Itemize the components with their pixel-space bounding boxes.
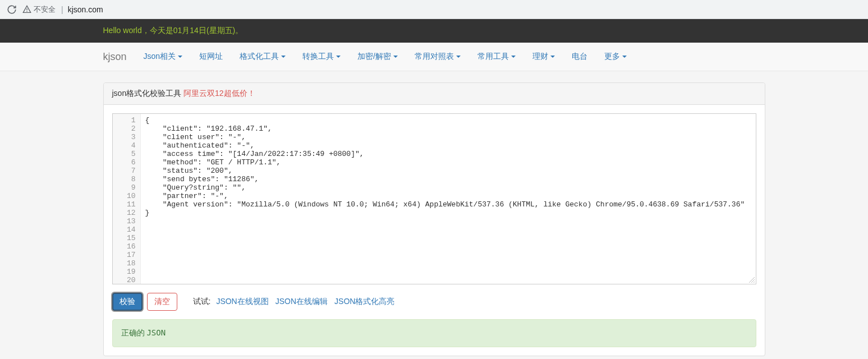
chevron-down-icon	[511, 56, 516, 58]
code-line: "client user": "-",	[145, 133, 754, 141]
nav-item-5[interactable]: 常用对照表	[415, 52, 461, 62]
nav-item-9[interactable]: 更多	[604, 52, 627, 62]
svg-line-4	[754, 282, 755, 283]
line-number: 5	[113, 150, 136, 158]
nav-item-8[interactable]: 电台	[572, 52, 587, 62]
chevron-down-icon	[178, 56, 182, 58]
result-code: JSON	[146, 328, 166, 337]
line-number: 12	[113, 209, 136, 217]
action-row: 校验 清空 试试: JSON在线视图JSON在线编辑JSON格式化高亮	[112, 293, 756, 311]
code-line: }	[145, 209, 754, 217]
browser-address-bar: 不安全 | kjson.com	[0, 0, 868, 19]
chevron-down-icon	[550, 56, 555, 58]
line-number: 10	[113, 192, 136, 200]
result-prefix: 正确的	[121, 328, 147, 337]
json-editor[interactable]: 1234567891011121314151617181920 { "clien…	[112, 113, 756, 284]
url-text[interactable]: kjson.com	[68, 5, 103, 14]
main-nav: kjson Json相关短网址格式化工具转换工具加密/解密常用对照表常用工具理财…	[0, 43, 868, 71]
line-number: 9	[113, 183, 136, 192]
line-number: 4	[113, 141, 136, 150]
nav-item-3[interactable]: 转换工具	[302, 52, 341, 62]
chevron-down-icon	[393, 56, 398, 58]
nav-items: Json相关短网址格式化工具转换工具加密/解密常用对照表常用工具理财电台更多	[144, 52, 644, 62]
code-line: "send bytes": "11286",	[145, 175, 754, 183]
line-number: 13	[113, 217, 136, 225]
line-number: 8	[113, 175, 136, 183]
line-gutter: 1234567891011121314151617181920	[113, 114, 141, 284]
line-number: 15	[113, 234, 136, 242]
code-line: "Query?string": "",	[145, 183, 754, 192]
tool-panel: json格式化校验工具 阿里云双12超低价！ 12345678910111213…	[103, 82, 765, 356]
nav-item-2[interactable]: 格式化工具	[240, 52, 286, 62]
code-line: "partner": "-",	[145, 192, 754, 200]
chevron-down-icon	[281, 56, 286, 58]
chevron-down-icon	[456, 56, 461, 58]
code-line: "client": "192.168.47.1",	[145, 125, 754, 133]
panel-title: json格式化校验工具	[112, 89, 182, 98]
line-number: 1	[113, 116, 136, 125]
chevron-down-icon	[336, 56, 341, 58]
nav-item-6[interactable]: 常用工具	[477, 52, 516, 62]
line-number: 7	[113, 167, 136, 175]
code-area[interactable]: { "client": "192.168.47.1", "client user…	[141, 114, 756, 284]
line-number: 17	[113, 251, 136, 259]
code-line: "method": "GET / HTTP/1.1",	[145, 158, 754, 167]
security-label: 不安全	[34, 4, 56, 15]
code-line: "status": "200",	[145, 167, 754, 175]
nav-item-1[interactable]: 短网址	[199, 52, 223, 62]
panel-promo-link[interactable]: 阿里云双12超低价！	[183, 89, 255, 98]
resize-handle-icon[interactable]	[748, 276, 755, 283]
try-link-1[interactable]: JSON在线编辑	[275, 297, 328, 306]
reload-icon[interactable]	[7, 4, 17, 15]
svg-rect-0	[26, 8, 27, 10]
banner-text: Hello world，今天是01月14日(星期五)。	[103, 26, 244, 35]
warning-icon	[22, 5, 31, 14]
code-line: "authenticated": "-",	[145, 141, 754, 150]
line-number: 6	[113, 158, 136, 167]
panel-body: 1234567891011121314151617181920 { "clien…	[104, 105, 765, 356]
code-line: "Agent version": "Mozilla/5.0 (Windows N…	[145, 200, 754, 209]
code-line: "access time": "[14/Jan/2022:17:35:49 +0…	[145, 150, 754, 158]
try-link-0[interactable]: JSON在线视图	[216, 297, 268, 306]
try-label: 试试:	[193, 297, 211, 307]
brand[interactable]: kjson	[103, 51, 127, 63]
announcement-banner: Hello world，今天是01月14日(星期五)。	[0, 19, 868, 43]
code-line: {	[145, 116, 754, 125]
clear-button[interactable]: 清空	[147, 293, 177, 311]
line-number: 18	[113, 259, 136, 268]
url-divider: |	[61, 5, 63, 14]
line-number: 11	[113, 200, 136, 209]
panel-heading: json格式化校验工具 阿里云双12超低价！	[104, 83, 765, 105]
nav-item-7[interactable]: 理财	[532, 52, 555, 62]
svg-rect-1	[26, 11, 27, 11]
try-link-2[interactable]: JSON格式化高亮	[334, 297, 394, 306]
line-number: 20	[113, 276, 136, 284]
nav-item-4[interactable]: 加密/解密	[357, 52, 398, 62]
line-number: 19	[113, 268, 136, 276]
line-number: 2	[113, 125, 136, 133]
line-number: 16	[113, 242, 136, 251]
chevron-down-icon	[622, 56, 627, 58]
validation-result: 正确的 JSON	[112, 319, 756, 347]
security-badge[interactable]: 不安全	[22, 4, 56, 15]
line-number: 14	[113, 225, 136, 234]
line-number: 3	[113, 133, 136, 141]
nav-item-0[interactable]: Json相关	[144, 52, 183, 62]
validate-button[interactable]: 校验	[112, 293, 143, 311]
